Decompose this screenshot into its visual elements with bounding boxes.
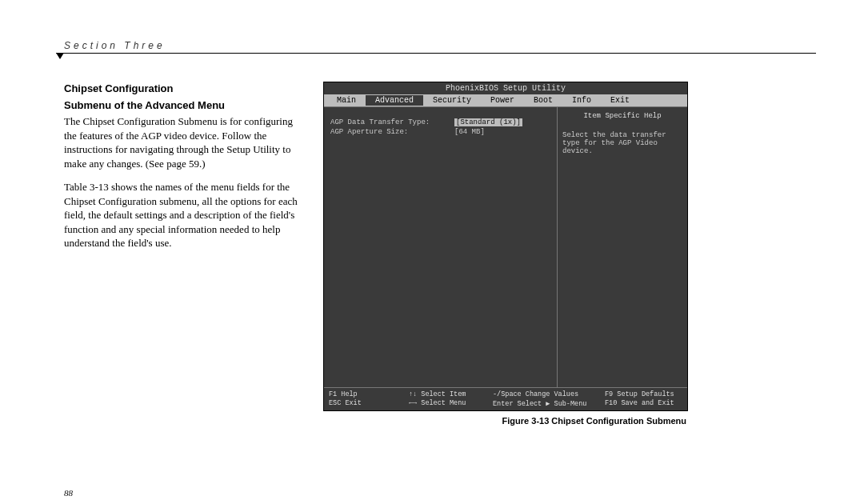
bios-key-change: -/Space Change Values [493,390,605,398]
bios-menubar: Main Advanced Security Power Boot Info E… [324,94,687,106]
bios-tab-advanced: Advanced [366,95,423,106]
bios-key-help: F1 Help [329,390,409,398]
bios-help-panel: Item Specific Help Select the data trans… [558,107,687,387]
figure-caption: Figure 3-13 Chipset Configuration Submen… [323,416,686,426]
heading-line2: Submenu of the Advanced Menu [64,98,304,113]
bios-help-text: Select the data transfer type for the AG… [562,131,682,155]
bios-key-def: F9 Setup Defaults [605,390,685,398]
paragraph-2: Table 3-13 shows the names of the menu f… [64,180,304,250]
bios-title: PhoenixBIOS Setup Utility [324,82,687,94]
header-rule [64,53,816,58]
bios-screenshot: PhoenixBIOS Setup Utility Main Advanced … [323,82,688,411]
bios-key-sub: Enter Select ▶ Sub-Menu [493,399,605,408]
bios-row: AGP Aperture Size: [64 MB] [330,128,550,136]
bios-tab-power: Power [481,95,524,106]
bios-footer: F1 Help ↑↓ Select Item -/Space Change Va… [324,387,687,410]
bios-tab-info: Info [562,95,601,106]
bios-key-exit: ESC Exit [329,399,409,408]
bios-tab-main: Main [327,95,366,106]
bios-tab-exit: Exit [601,95,639,106]
bios-tab-boot: Boot [524,95,562,106]
bios-key-menu: ←→ Select Menu [409,399,493,408]
section-header: Section Three [64,40,816,51]
bios-main-panel: AGP Data Transfer Type: [Standard (1x)] … [324,107,558,387]
heading-line1: Chipset Configuration [64,82,304,96]
bios-row: AGP Data Transfer Type: [Standard (1x)] [330,118,550,126]
body-text-column: Chipset Configuration Submenu of the Adv… [64,82,304,260]
bios-row-label: AGP Data Transfer Type: [330,118,454,126]
page-number: 88 [64,488,73,498]
bios-row-value: [64 MB] [454,128,485,136]
bios-row-label: AGP Aperture Size: [330,128,454,136]
bios-key-save: F10 Save and Exit [605,399,685,408]
paragraph-1: The Chipset Configuration Submenu is for… [64,114,304,170]
bios-tab-security: Security [423,95,481,106]
bios-row-value-selected: [Standard (1x)] [454,118,522,126]
bios-key-item: ↑↓ Select Item [409,390,493,398]
bios-help-title: Item Specific Help [562,112,682,120]
